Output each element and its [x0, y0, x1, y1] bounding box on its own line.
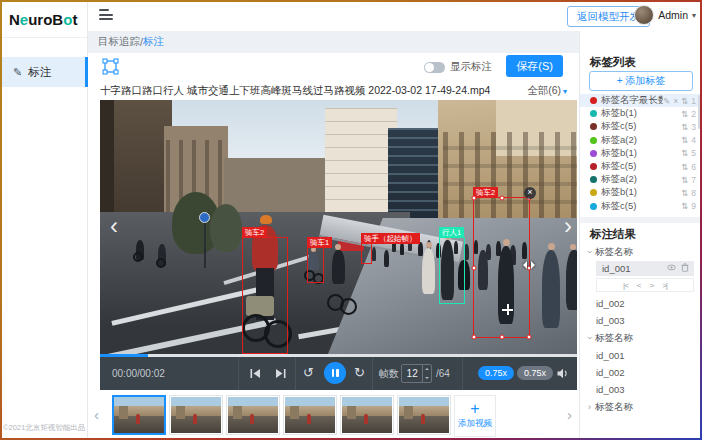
video-thumbnail[interactable] — [226, 395, 280, 435]
video-thumbnail[interactable] — [112, 395, 166, 435]
forward-10-button[interactable]: ↻ — [354, 365, 365, 380]
result-group-header[interactable]: ›标签名称 — [580, 399, 702, 415]
result-id-row[interactable]: id_003 — [580, 382, 702, 397]
prev-frame-button[interactable] — [249, 367, 262, 380]
result-id-row[interactable]: id_001 — [580, 348, 702, 363]
edit-icon[interactable]: ✎ — [663, 96, 670, 106]
caret-down-icon: ▾ — [692, 11, 696, 20]
pause-button[interactable] — [324, 362, 346, 384]
avatar — [634, 5, 654, 25]
speed-pill-active[interactable]: 0.75x — [478, 366, 514, 380]
tag-row[interactable]: 标签a(2)⇅4 — [580, 134, 702, 147]
sort-icon[interactable]: ⇅ — [681, 148, 688, 158]
panel-divider — [580, 217, 702, 223]
move-cursor-icon — [502, 304, 513, 315]
annotation-box[interactable]: 骑车2 — [242, 237, 288, 354]
annotation-box[interactable]: 行人1 — [439, 237, 465, 304]
menu-fold-icon[interactable] — [99, 9, 113, 21]
rewind-10-button[interactable]: ↺ — [303, 365, 314, 380]
volume-icon[interactable] — [556, 367, 569, 380]
rect-select-tool-icon[interactable] — [102, 58, 119, 75]
video-thumbnail[interactable] — [283, 395, 337, 435]
result-id-row[interactable]: id_003 — [580, 313, 702, 328]
next-frame-button[interactable] — [274, 367, 287, 380]
video-next-chevron[interactable]: › — [557, 212, 577, 242]
sort-icon[interactable]: ⇅ — [681, 162, 688, 172]
frame-number-value[interactable]: 12 — [402, 365, 422, 382]
sort-icon[interactable]: ⇅ — [681, 188, 688, 198]
video-canvas[interactable]: ‹ › 骑车2骑车1骑手（起始帧）行人1骑车2× — [100, 100, 577, 354]
sort-icon[interactable]: ⇅ — [681, 109, 688, 119]
filmstrip: ‹ + 添加视频 › — [88, 394, 579, 440]
resize-handle[interactable] — [472, 265, 477, 270]
annotation-label: 骑车2 — [242, 227, 267, 238]
annotation-box[interactable]: 骑车1 — [307, 247, 324, 283]
tag-name: 标签名字最长数... — [601, 94, 663, 107]
resize-handle[interactable] — [499, 196, 504, 201]
sort-icon[interactable]: ⇅ — [681, 175, 688, 185]
resize-handle[interactable] — [527, 335, 532, 340]
result-group-header[interactable]: ›标签名称 — [580, 244, 702, 260]
add-video-button[interactable]: + 添加视频 — [454, 395, 496, 437]
thumbnail-image — [171, 397, 221, 433]
tag-row[interactable]: 标签b(1)⇅2 — [580, 107, 702, 120]
video-title: 十字路口路口行人 城市交通上下班高峰斑马线过马路视频 2022-03-02 17… — [100, 84, 490, 99]
sort-icon[interactable]: ⇅ — [681, 96, 688, 106]
annotation-box[interactable]: 骑车2× — [473, 197, 530, 338]
add-tag-button[interactable]: + 添加标签 — [589, 71, 693, 91]
tag-color-dot — [590, 97, 597, 104]
tag-row[interactable]: 标签c(5)⇅3 — [580, 120, 702, 133]
title-row: 十字路口路口行人 城市交通上下班高峰斑马线过马路视频 2022-03-02 17… — [100, 84, 567, 99]
delete-icon[interactable]: × — [673, 96, 678, 106]
result-id-row[interactable]: id_002 — [580, 365, 702, 380]
tag-row[interactable]: 标签c(5)⇅9 — [580, 200, 702, 213]
trash-icon[interactable] — [681, 261, 689, 276]
tag-row[interactable]: 标签b(1)⇅5 — [580, 147, 702, 160]
filmstrip-next-chevron[interactable]: › — [567, 406, 572, 423]
save-button[interactable]: 保存(S) — [506, 55, 563, 77]
tag-row[interactable]: 标签c(5)⇅6 — [580, 160, 702, 173]
show-annotations-toggle[interactable] — [424, 62, 445, 73]
sort-icon[interactable]: ⇅ — [681, 201, 688, 211]
filmstrip-prev-chevron[interactable]: ‹ — [94, 406, 99, 423]
frame-number-input[interactable]: 12 — [401, 364, 432, 383]
result-group-header[interactable]: ›标签名称 — [580, 330, 702, 346]
time-display: 00:00/00:02 — [112, 357, 165, 390]
user-menu[interactable]: Admin ▾ — [634, 5, 696, 25]
last-frame-icon[interactable]: >| — [662, 281, 667, 290]
tag-row[interactable]: 标签a(2)⇅7 — [580, 173, 702, 186]
topbar: 返回模型开发 Admin ▾ — [88, 0, 702, 31]
sort-icon[interactable]: ⇅ — [681, 135, 688, 145]
next-frame-icon[interactable]: > — [650, 281, 654, 290]
group-label: 标签名称 — [595, 401, 633, 414]
sidebar-item-annotate[interactable]: ✎ 标注 — [0, 57, 88, 87]
video-thumbnail[interactable] — [397, 395, 451, 435]
tag-row[interactable]: 标签名字最长数...✎×⇅1 — [580, 94, 702, 107]
tag-color-dot — [590, 176, 597, 183]
visibility-icon[interactable] — [667, 261, 676, 276]
show-annotations-control: 显示标注 — [424, 60, 492, 74]
result-id-row[interactable]: id_001 — [596, 261, 694, 276]
resize-handle[interactable] — [472, 335, 477, 340]
result-id-row[interactable]: id_002 — [580, 296, 702, 311]
panel-scrollbar[interactable] — [698, 95, 701, 129]
annotation-label: 骑车1 — [307, 237, 332, 248]
video-filter-dropdown[interactable]: 全部(6)▾ — [527, 84, 567, 99]
annotation-close-button[interactable]: × — [524, 187, 536, 199]
speed-pill-inactive[interactable]: 0.75x — [517, 366, 553, 380]
resize-handle[interactable] — [499, 335, 504, 340]
video-thumbnail[interactable] — [169, 395, 223, 435]
breadcrumb-root[interactable]: 目标追踪 — [98, 35, 140, 49]
first-frame-icon[interactable]: |< — [623, 281, 628, 290]
step-up-icon[interactable] — [423, 365, 431, 374]
step-down-icon[interactable] — [423, 374, 431, 383]
prev-frame-icon[interactable]: < — [637, 281, 641, 290]
video-prev-chevron[interactable]: ‹ — [103, 212, 125, 242]
tag-row[interactable]: 标签b(1)⇅8 — [580, 186, 702, 199]
sort-icon[interactable]: ⇅ — [681, 122, 688, 132]
resize-handle[interactable] — [472, 196, 477, 201]
annotation-box[interactable]: 骑手（起始帧） — [361, 243, 372, 264]
annotation-label: 行人1 — [439, 227, 464, 238]
frame-stepper[interactable] — [422, 365, 431, 382]
video-thumbnail[interactable] — [340, 395, 394, 435]
